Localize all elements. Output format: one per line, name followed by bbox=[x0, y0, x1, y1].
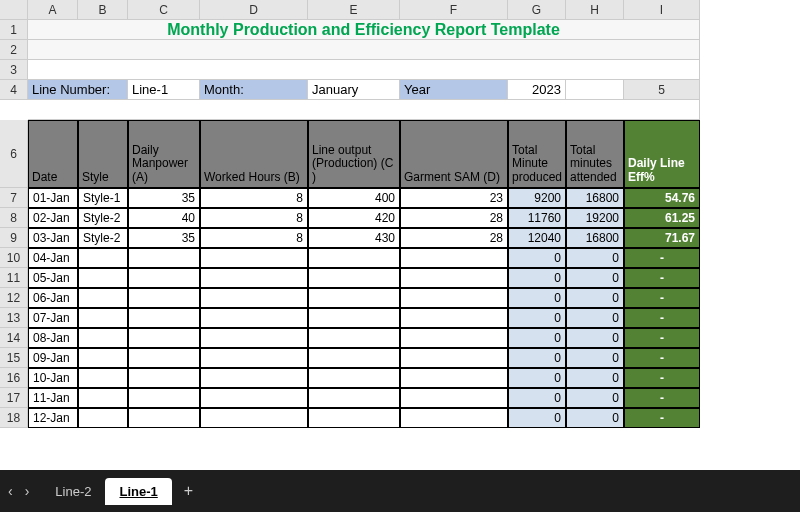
cell-manpower[interactable] bbox=[128, 288, 200, 308]
cell-worked[interactable] bbox=[200, 288, 308, 308]
col-header[interactable]: E bbox=[308, 0, 400, 20]
sheet-tab-line2[interactable]: Line-2 bbox=[41, 478, 105, 505]
cell-attended[interactable]: 0 bbox=[566, 268, 624, 288]
cell-date[interactable]: 10-Jan bbox=[28, 368, 78, 388]
row-header[interactable]: 2 bbox=[0, 40, 28, 60]
row-header[interactable]: 7 bbox=[0, 188, 28, 208]
cell-style[interactable] bbox=[78, 368, 128, 388]
col-header[interactable]: G bbox=[508, 0, 566, 20]
cell-sam[interactable] bbox=[400, 268, 508, 288]
row-header[interactable]: 15 bbox=[0, 348, 28, 368]
prev-sheet-icon[interactable]: ‹ bbox=[8, 483, 13, 499]
empty-cell[interactable] bbox=[28, 60, 700, 80]
row-header[interactable]: 3 bbox=[0, 60, 28, 80]
sheet-tab-line1[interactable]: Line-1 bbox=[105, 478, 171, 505]
cell-sam[interactable] bbox=[400, 328, 508, 348]
col-header[interactable]: B bbox=[78, 0, 128, 20]
cell-output[interactable] bbox=[308, 328, 400, 348]
cell-manpower[interactable] bbox=[128, 368, 200, 388]
cell-manpower[interactable] bbox=[128, 328, 200, 348]
row-header[interactable]: 8 bbox=[0, 208, 28, 228]
cell-eff[interactable]: - bbox=[624, 288, 700, 308]
cell-eff[interactable]: - bbox=[624, 368, 700, 388]
cell-date[interactable]: 02-Jan bbox=[28, 208, 78, 228]
col-header[interactable]: F bbox=[400, 0, 508, 20]
cell-output[interactable]: 420 bbox=[308, 208, 400, 228]
cell-manpower[interactable]: 40 bbox=[128, 208, 200, 228]
cell-worked[interactable] bbox=[200, 308, 308, 328]
cell-eff[interactable]: - bbox=[624, 348, 700, 368]
cell-date[interactable]: 04-Jan bbox=[28, 248, 78, 268]
cell-manpower[interactable] bbox=[128, 308, 200, 328]
cell-attended[interactable]: 0 bbox=[566, 308, 624, 328]
cell-produced[interactable]: 12040 bbox=[508, 228, 566, 248]
row-header[interactable]: 9 bbox=[0, 228, 28, 248]
col-header[interactable]: H bbox=[566, 0, 624, 20]
cell-sam[interactable]: 28 bbox=[400, 208, 508, 228]
cell-worked[interactable]: 8 bbox=[200, 188, 308, 208]
cell-output[interactable]: 430 bbox=[308, 228, 400, 248]
line-number-value[interactable]: Line-1 bbox=[128, 80, 200, 100]
col-header[interactable]: D bbox=[200, 0, 308, 20]
cell-sam[interactable] bbox=[400, 288, 508, 308]
cell-date[interactable]: 11-Jan bbox=[28, 388, 78, 408]
cell-produced[interactable]: 0 bbox=[508, 388, 566, 408]
cell-output[interactable] bbox=[308, 288, 400, 308]
cell-produced[interactable]: 0 bbox=[508, 248, 566, 268]
cell-output[interactable] bbox=[308, 308, 400, 328]
cell-attended[interactable]: 0 bbox=[566, 328, 624, 348]
new-sheet-button[interactable]: + bbox=[172, 476, 205, 506]
cell-eff[interactable]: 54.76 bbox=[624, 188, 700, 208]
cell-worked[interactable] bbox=[200, 268, 308, 288]
cell-worked[interactable] bbox=[200, 328, 308, 348]
row-header[interactable]: 11 bbox=[0, 268, 28, 288]
row-header[interactable]: 16 bbox=[0, 368, 28, 388]
row-header[interactable]: 5 bbox=[624, 80, 700, 100]
row-header[interactable]: 10 bbox=[0, 248, 28, 268]
cell-eff[interactable]: - bbox=[624, 248, 700, 268]
cell-style[interactable] bbox=[78, 348, 128, 368]
row-header[interactable]: 13 bbox=[0, 308, 28, 328]
cell-attended[interactable]: 16800 bbox=[566, 228, 624, 248]
row-header[interactable]: 12 bbox=[0, 288, 28, 308]
empty-cell[interactable] bbox=[28, 40, 700, 60]
cell-style[interactable] bbox=[78, 408, 128, 428]
cell-output[interactable] bbox=[308, 268, 400, 288]
cell-date[interactable]: 07-Jan bbox=[28, 308, 78, 328]
cell-worked[interactable] bbox=[200, 408, 308, 428]
cell-output[interactable]: 400 bbox=[308, 188, 400, 208]
cell-attended[interactable]: 16800 bbox=[566, 188, 624, 208]
cell-sam[interactable]: 28 bbox=[400, 228, 508, 248]
next-sheet-icon[interactable]: › bbox=[25, 483, 30, 499]
cell-style[interactable] bbox=[78, 328, 128, 348]
cell-manpower[interactable] bbox=[128, 388, 200, 408]
cell-produced[interactable]: 0 bbox=[508, 308, 566, 328]
cell-output[interactable] bbox=[308, 248, 400, 268]
col-header[interactable]: C bbox=[128, 0, 200, 20]
select-all-corner[interactable] bbox=[0, 0, 28, 20]
cell-style[interactable] bbox=[78, 248, 128, 268]
cell-style[interactable] bbox=[78, 308, 128, 328]
row-header[interactable]: 1 bbox=[0, 20, 28, 40]
cell-attended[interactable]: 0 bbox=[566, 368, 624, 388]
cell-produced[interactable]: 0 bbox=[508, 288, 566, 308]
cell-sam[interactable] bbox=[400, 368, 508, 388]
cell-produced[interactable]: 0 bbox=[508, 268, 566, 288]
cell-produced[interactable]: 0 bbox=[508, 348, 566, 368]
cell-style[interactable]: Style-2 bbox=[78, 228, 128, 248]
cell-worked[interactable]: 8 bbox=[200, 208, 308, 228]
month-value[interactable]: January bbox=[308, 80, 400, 100]
cell-date[interactable]: 12-Jan bbox=[28, 408, 78, 428]
cell-manpower[interactable] bbox=[128, 268, 200, 288]
cell-eff[interactable]: - bbox=[624, 408, 700, 428]
cell-produced[interactable]: 11760 bbox=[508, 208, 566, 228]
row-header[interactable]: 18 bbox=[0, 408, 28, 428]
empty-cell[interactable] bbox=[28, 100, 700, 120]
row-header[interactable]: 14 bbox=[0, 328, 28, 348]
cell-attended[interactable]: 0 bbox=[566, 388, 624, 408]
cell-produced[interactable]: 0 bbox=[508, 408, 566, 428]
cell-eff[interactable]: - bbox=[624, 388, 700, 408]
cell-attended[interactable]: 0 bbox=[566, 248, 624, 268]
cell-date[interactable]: 09-Jan bbox=[28, 348, 78, 368]
cell-worked[interactable] bbox=[200, 368, 308, 388]
